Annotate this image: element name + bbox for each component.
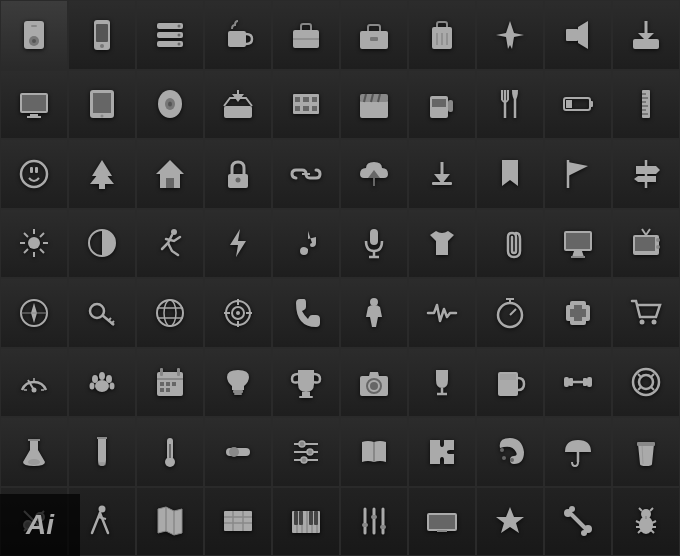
film-strip-icon[interactable] [272,70,340,140]
svg-point-203 [510,458,514,462]
compass-icon[interactable] [0,278,68,348]
brightness-icon[interactable] [0,209,68,279]
piano-keys-icon[interactable] [272,487,340,557]
svg-point-10 [178,24,181,27]
microphone-icon[interactable] [340,209,408,279]
stopwatch-icon[interactable] [476,278,544,348]
shirt-icon[interactable] [408,209,476,279]
battery-low-icon[interactable] [544,70,612,140]
open-book-icon[interactable] [340,417,408,487]
inbox-tray-icon[interactable] [204,70,272,140]
svg-rect-3 [31,25,37,27]
globe-icon[interactable] [136,278,204,348]
music-note-icon[interactable] [272,209,340,279]
svg-rect-233 [362,523,368,527]
luggage-icon[interactable] [408,0,476,70]
paperclip-icon[interactable] [476,209,544,279]
old-tv-icon[interactable] [612,209,680,279]
phone-handset-icon[interactable] [272,278,340,348]
svg-marker-212 [158,507,182,535]
film-clapper-icon[interactable] [340,70,408,140]
svg-line-249 [652,521,656,523]
thermometer-icon[interactable] [136,417,204,487]
cup-drink-icon[interactable] [612,417,680,487]
flag-icon[interactable] [544,139,612,209]
toolbox-icon[interactable] [340,0,408,70]
svg-rect-28 [22,95,46,111]
lightbulb-icon[interactable] [204,348,272,418]
svg-rect-13 [228,31,246,47]
svg-line-184 [651,387,654,390]
svg-rect-41 [295,97,300,102]
color-palette-icon[interactable] [476,417,544,487]
running-person-icon[interactable] [136,209,204,279]
svg-point-127 [236,311,240,315]
tablet-icon[interactable] [68,70,136,140]
fork-knife-icon[interactable] [476,70,544,140]
desktop-monitor-icon[interactable] [544,209,612,279]
briefcase-icon[interactable] [272,0,340,70]
ruler-measure-icon[interactable] [612,70,680,140]
chain-link-icon[interactable] [272,139,340,209]
trophy-icon[interactable] [272,348,340,418]
audio-sliders-icon[interactable] [272,417,340,487]
speedometer-icon[interactable] [0,348,68,418]
dumbbell-icon[interactable] [544,348,612,418]
bone-icon[interactable] [544,487,612,557]
toilet-paper-icon[interactable] [136,70,204,140]
svg-rect-177 [569,378,573,386]
bookmark-icon[interactable] [476,139,544,209]
widescreen-display-icon[interactable] [408,487,476,557]
calendar-icon[interactable] [136,348,204,418]
beer-mug-icon[interactable] [476,348,544,418]
speaker-icon[interactable] [544,0,612,70]
mobile-phone-icon[interactable] [68,0,136,70]
cloud-upload-icon[interactable] [340,139,408,209]
shopping-cart-icon[interactable] [612,278,680,348]
svg-rect-173 [500,374,516,380]
lock-icon[interactable] [204,139,272,209]
tv-monitor-icon[interactable] [0,70,68,140]
test-tube-icon[interactable] [68,417,136,487]
toggle-switch-icon[interactable] [204,417,272,487]
power-outlet-icon[interactable] [0,139,68,209]
half-circle-icon[interactable] [68,209,136,279]
star-icon[interactable] [476,487,544,557]
gas-station-icon[interactable] [408,70,476,140]
svg-line-248 [636,521,640,523]
lightning-bolt-icon[interactable] [204,209,272,279]
svg-rect-175 [564,377,569,387]
mixer-equalizer-icon[interactable] [340,487,408,557]
home-icon[interactable] [136,139,204,209]
key-icon[interactable] [68,278,136,348]
camera-icon[interactable] [340,348,408,418]
coffee-icon[interactable] [204,0,272,70]
wine-glass-icon[interactable] [408,348,476,418]
christmas-tree-icon[interactable] [68,139,136,209]
target-crosshair-icon[interactable] [204,278,272,348]
puzzle-piece-icon[interactable] [408,417,476,487]
svg-point-193 [229,447,239,457]
heartbeat-icon[interactable] [408,278,476,348]
svg-rect-228 [309,511,313,525]
flask-icon[interactable] [0,417,68,487]
paw-print-icon[interactable] [68,348,136,418]
svg-rect-165 [302,392,310,396]
download-inbox-icon[interactable] [612,0,680,70]
signpost-icon[interactable] [612,139,680,209]
airplane-icon[interactable] [476,0,544,70]
map-fold-icon[interactable] [136,487,204,557]
umbrella-icon[interactable] [544,417,612,487]
svg-point-201 [500,448,504,452]
lifebuoy-icon[interactable] [612,348,680,418]
svg-rect-161 [160,388,164,392]
svg-rect-101 [370,229,378,245]
svg-rect-5 [96,24,108,42]
server-icon[interactable] [136,0,204,70]
ipod-icon[interactable] [0,0,68,70]
person-standing-icon[interactable] [340,278,408,348]
bug-icon[interactable] [612,487,680,557]
data-table-icon[interactable] [204,487,272,557]
medical-cross-icon[interactable] [544,278,612,348]
download-arrow-icon[interactable] [408,139,476,209]
